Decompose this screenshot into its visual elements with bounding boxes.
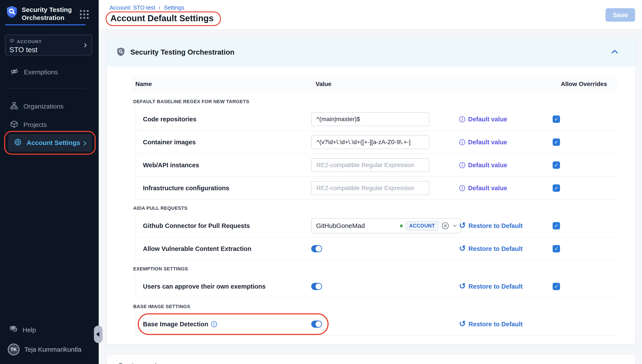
restore-icon: ↺ — [459, 320, 466, 328]
toggle-switch[interactable] — [311, 321, 322, 328]
regex-input[interactable] — [311, 158, 429, 172]
table-row: Container images Default value ✓ — [136, 131, 617, 154]
toggle-knob — [315, 321, 322, 327]
restore-icon: ↺ — [459, 282, 466, 290]
chevron-up-icon[interactable] — [611, 49, 618, 55]
sidebar-item-projects[interactable]: Projects — [0, 118, 99, 132]
sidebar-item-organizations[interactable]: Organizations — [0, 100, 99, 113]
allow-overrides-checkbox[interactable]: ✓ — [553, 222, 560, 230]
clear-connector-icon[interactable] — [441, 222, 449, 230]
toggle-knob — [315, 246, 322, 252]
toggle-knob — [315, 284, 322, 290]
section-label: BASE IMAGE SETTINGS — [133, 304, 617, 310]
connector-select[interactable]: GitHubGoneMad ACCOUNT — [311, 218, 461, 233]
info-icon[interactable] — [459, 116, 465, 122]
sto-shield-logo-icon — [7, 6, 17, 19]
sidebar-item-label: Projects — [24, 121, 47, 128]
info-icon[interactable] — [459, 162, 465, 168]
column-header-allow-overrides: Allow Overrides — [561, 80, 607, 88]
breadcrumb-settings-link[interactable]: Settings — [164, 4, 184, 11]
user-profile[interactable]: TK Teja Kummarikuntla — [8, 344, 81, 355]
allow-overrides-checkbox[interactable]: ✓ — [553, 184, 560, 192]
toggle-switch[interactable] — [311, 283, 322, 290]
info-icon[interactable] — [459, 139, 465, 146]
eye-off-icon — [10, 67, 19, 77]
setting-name: Web/API instances — [143, 162, 199, 169]
restore-icon: ↺ — [459, 244, 466, 252]
sidebar-collapse-handle[interactable] — [94, 326, 103, 343]
gear-icon — [14, 138, 22, 148]
collapse-left-icon — [96, 332, 99, 337]
default-value-link[interactable]: Default value — [459, 184, 507, 192]
default-value-link[interactable]: Default value — [459, 116, 507, 123]
general-card-title: General — [130, 362, 157, 364]
restore-to-default-link[interactable]: ↺Restore to Default — [459, 283, 523, 290]
logo-accent-line — [5, 24, 86, 25]
regex-input[interactable] — [311, 112, 429, 126]
allow-overrides-checkbox[interactable]: ✓ — [553, 162, 560, 169]
allow-overrides-checkbox[interactable]: ✓ — [553, 116, 560, 123]
default-value-link[interactable]: Default value — [459, 162, 507, 169]
table-row: Users can approve their own exemptions ↺… — [136, 275, 617, 298]
help-button[interactable]: ? Help — [9, 324, 36, 335]
info-icon[interactable] — [459, 185, 465, 191]
column-header-value: Value — [315, 80, 332, 88]
sidebar-item-account-settings[interactable]: Account Settings — [8, 134, 92, 152]
connector-name: GitHubGoneMad — [316, 222, 397, 230]
save-button[interactable]: Save — [605, 8, 635, 22]
gear-icon — [117, 362, 124, 364]
chevron-right-icon — [82, 43, 87, 48]
breadcrumb-separator-icon: › — [159, 5, 161, 10]
chat-help-icon: ? — [9, 324, 18, 335]
sidebar-item-label: Organizations — [24, 103, 64, 110]
settings-group: Github Connector for Pull Requests GitHu… — [136, 214, 617, 260]
sto-card-title: Security Testing Orchestration — [130, 48, 234, 56]
general-card-header[interactable]: General — [117, 362, 625, 364]
connector-status-dot — [400, 224, 403, 227]
general-settings-card: General — [107, 355, 635, 364]
app-title: Security Testing Orchestration — [22, 6, 72, 22]
account-scope-card[interactable]: ACCOUNT STO test — [5, 35, 92, 56]
regex-input[interactable] — [311, 135, 429, 149]
account-name: STO test — [9, 46, 88, 54]
sidebar-item-label: Account Settings — [27, 139, 80, 146]
sto-card-header[interactable]: Security Testing Orchestration — [107, 38, 635, 66]
allow-overrides-checkbox[interactable]: ✓ — [553, 245, 560, 252]
setting-name: Allow Vulnerable Content Extraction — [143, 245, 251, 252]
table-row: Allow Vulnerable Content Extraction ↺Res… — [136, 238, 617, 260]
restore-to-default-link[interactable]: ↺Restore to Default — [459, 222, 523, 230]
regex-input[interactable] — [311, 181, 429, 195]
account-scope-label: ACCOUNT — [17, 39, 42, 44]
allow-overrides-checkbox[interactable]: ✓ — [553, 283, 560, 290]
table-row: Github Connector for Pull Requests GitHu… — [136, 214, 617, 238]
restore-to-default-link[interactable]: ↺Restore to Default — [459, 245, 523, 252]
restore-to-default-link[interactable]: ↺Restore to Default — [459, 321, 523, 328]
allow-overrides-checkbox[interactable]: ✓ — [553, 138, 560, 146]
settings-group: Base Image Detection ↺Restore to Default — [136, 313, 617, 336]
sidebar-divider — [6, 88, 86, 88]
svg-text:?: ? — [12, 326, 14, 330]
sto-card-body: Name Value Allow Overrides DEFAULT BASEL… — [107, 66, 635, 344]
user-name: Teja Kummarikuntla — [24, 346, 81, 353]
help-label: Help — [23, 326, 36, 334]
breadcrumb: Account: STO test › Settings — [110, 4, 184, 11]
sidebar-item-exemptions[interactable]: Exemptions — [0, 66, 99, 79]
setting-name: Github Connector for Pull Requests — [143, 222, 250, 230]
section-label: DEFAULT BASELINE REGEX FOR NEW TARGETS — [133, 99, 617, 104]
breadcrumb-account-link[interactable]: Account: STO test — [110, 4, 155, 11]
cube-icon — [10, 120, 18, 130]
column-header-name: Name — [135, 80, 152, 88]
app-grid-icon[interactable] — [80, 10, 89, 19]
toggle-switch[interactable] — [311, 245, 322, 252]
default-value-link[interactable]: Default value — [459, 139, 507, 146]
row-info-icon[interactable] — [211, 321, 217, 328]
avatar: TK — [8, 344, 20, 355]
app-logo-row: Security Testing Orchestration — [7, 6, 72, 22]
section-label: EXEMPTION SETTINGS — [133, 266, 617, 272]
setting-name: Container images — [143, 139, 196, 146]
chevron-down-icon[interactable] — [452, 223, 457, 228]
sto-settings-card: Security Testing Orchestration Name Valu… — [107, 38, 635, 344]
connector-scope-badge: ACCOUNT — [406, 221, 439, 230]
setting-name: Users can approve their own exemptions — [143, 283, 266, 290]
org-chart-icon — [10, 102, 18, 111]
